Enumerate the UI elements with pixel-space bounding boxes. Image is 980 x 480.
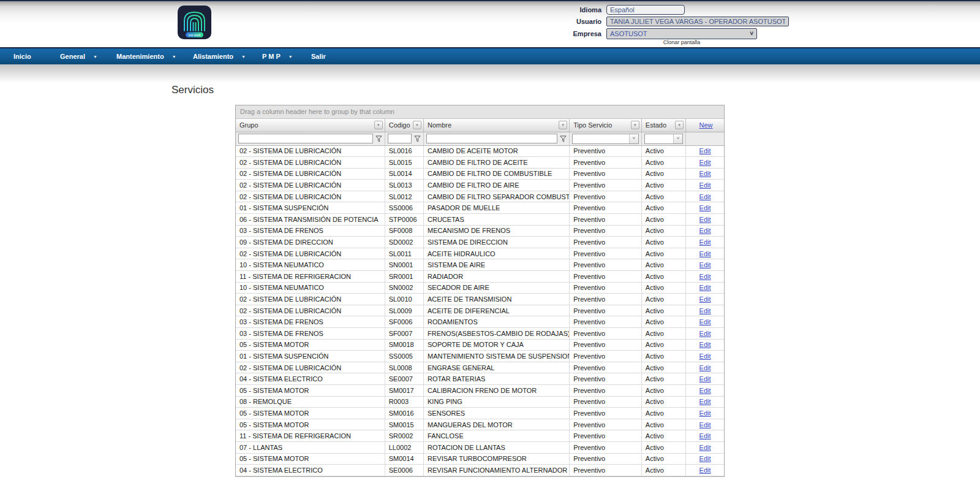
grupo-header-filter-button[interactable]: ▼ [374,121,383,129]
edit-link[interactable]: Edit [699,352,711,360]
cell-grupo: 02 - SISTEMA DE LUBRICACIÓN [236,191,385,202]
column-header-codigo[interactable]: Codigo ▼ [385,119,423,132]
filter-funnel-icon[interactable] [375,135,382,142]
edit-link[interactable]: Edit [699,147,711,154]
edit-link[interactable]: Edit [699,455,711,462]
edit-link[interactable]: Edit [699,432,711,440]
column-header-new: New [686,119,724,132]
edit-link[interactable]: Edit [699,375,711,383]
edit-link[interactable]: Edit [699,398,711,405]
cell-estado: Activo [641,294,685,305]
edit-link[interactable]: Edit [699,238,711,246]
filter-funnel-icon[interactable] [414,135,421,142]
edit-link[interactable]: Edit [699,284,711,291]
cell-codigo: SR0001 [385,271,423,283]
edit-link[interactable]: Edit [699,410,711,417]
cell-grupo: 05 - SISTEMA MOTOR [236,453,385,465]
edit-link[interactable]: Edit [699,193,711,200]
edit-link[interactable]: Edit [699,181,711,189]
cell-nombre: MANGUERAS DEL MOTOR [424,419,570,430]
clonar-pantalla-link[interactable]: Clonar pantalla [606,39,757,45]
idioma-input[interactable] [606,5,685,15]
edit-link[interactable]: Edit [699,330,711,337]
cell-estado: Activo [641,339,685,351]
chevron-down-icon: ˅ [750,31,753,37]
table-row: 05 - SISTEMA MOTOR SM0017 CALIBRACION FR… [236,384,724,396]
table-row: 02 - SISTEMA DE LUBRICACIÓN SL0012 CAMBI… [236,191,724,202]
column-header-tipo-servicio[interactable]: Tipo Servicio ▼ [570,119,642,132]
nav-item-mantenimiento[interactable]: Mantenimiento▼ [116,48,176,64]
cell-tipo-servicio: Preventivo [570,282,642,294]
edit-link[interactable]: Edit [699,421,711,429]
nav-item-pmp[interactable]: P M P▼ [262,48,293,64]
estado-filter-select[interactable]: ˅ [644,134,683,144]
nav-item-general[interactable]: General▼ [60,48,97,64]
cell-nombre: SOPORTE DE MOTOR Y CAJA [424,339,570,351]
chevron-down-icon: ▼ [677,123,681,127]
empresa-select[interactable]: ASOTUSOT ˅ [606,28,757,39]
edit-link[interactable]: Edit [699,364,711,371]
cell-tipo-servicio: Preventivo [570,237,642,248]
cell-nombre: KING PING [424,396,570,408]
cell-codigo: SN0002 [385,282,423,294]
grid-filter-row: ˅ ˅ [236,132,724,145]
codigo-header-filter-button[interactable]: ▼ [413,121,421,129]
servicios-grid: Drag a column header here to group by th… [235,105,725,477]
cell-tipo-servicio: Preventivo [570,351,642,362]
edit-link[interactable]: Edit [699,250,711,257]
edit-link[interactable]: Edit [699,387,711,394]
nav-item-inicio[interactable]: Inicio [13,48,31,64]
grid-group-panel[interactable]: Drag a column header here to group by th… [236,105,724,119]
cell-nombre: REVISAR TURBOCOMPRESOR [424,453,570,465]
cell-tipo-servicio: Preventivo [570,214,642,226]
edit-link[interactable]: Edit [699,295,711,303]
edit-link[interactable]: Edit [699,159,711,166]
nav-item-alistamiento[interactable]: Alistamiento▼ [193,48,246,64]
new-link[interactable]: New [699,121,713,129]
edit-link[interactable]: Edit [699,307,711,314]
chevron-down-icon: ▼ [172,55,176,59]
cell-codigo: SS0006 [385,202,423,214]
edit-link[interactable]: Edit [699,444,711,451]
nombre-filter-input[interactable] [426,134,557,143]
tipo-servicio-filter-select[interactable]: ˅ [572,134,639,144]
codigo-filter-input[interactable] [388,134,412,143]
edit-link[interactable]: Edit [699,227,711,234]
cell-estado: Activo [641,191,685,202]
edit-link[interactable]: Edit [699,170,711,177]
table-row: 09 - SISTEMA DE DIRECCION SD0002 SISTEMA… [236,237,724,248]
cell-grupo: 05 - SISTEMA MOTOR [236,339,385,351]
table-row: 08 - REMOLQUE R0003 KING PING Preventivo… [236,396,724,408]
cell-estado: Activo [641,453,685,465]
cell-grupo: 02 - SISTEMA DE LUBRICACIÓN [236,168,385,180]
cell-grupo: 10 - SISTEMA NEUMATICO [236,259,385,271]
table-row: 05 - SISTEMA MOTOR SM0016 SENSORES Preve… [236,408,724,419]
nombre-header-filter-button[interactable]: ▼ [559,121,567,129]
estado-header-filter-button[interactable]: ▼ [675,121,684,129]
cell-grupo: 11 - SISTEMA DE REFRIGERACION [236,430,385,442]
grid-body: 02 - SISTEMA DE LUBRICACIÓN SL0016 CAMBI… [236,145,724,476]
grupo-filter-input[interactable] [238,134,373,143]
cell-estado: Activo [641,145,685,157]
table-row: 02 - SISTEMA DE LUBRICACIÓN SL0010 ACEIT… [236,294,724,305]
cell-tipo-servicio: Preventivo [570,157,642,169]
filter-funnel-icon[interactable] [560,135,567,142]
cell-grupo: 06 - SISTEMA TRANSMISIÓN DE POTENCIA [236,214,385,226]
column-header-grupo[interactable]: Grupo ▼ [236,119,385,132]
table-row: 07 - LLANTAS LL0002 ROTACION DE LLANTAS … [236,441,724,453]
cell-grupo: 02 - SISTEMA DE LUBRICACIÓN [236,248,385,259]
nav-item-salir[interactable]: Salir [311,48,326,64]
edit-link[interactable]: Edit [699,216,711,223]
cell-grupo: 05 - SISTEMA MOTOR [236,408,385,419]
table-row: 04 - SISTEMA ELECTRICO SE0007 ROTAR BATE… [236,373,724,385]
edit-link[interactable]: Edit [699,273,711,280]
cell-nombre: PASADOR DE MUELLE [424,202,570,214]
edit-link[interactable]: Edit [699,318,711,326]
edit-link[interactable]: Edit [699,341,711,348]
column-header-estado[interactable]: Estado ▼ [641,119,685,132]
edit-link[interactable]: Edit [699,467,711,474]
tipo-servicio-header-filter-button[interactable]: ▼ [631,121,639,129]
edit-link[interactable]: Edit [699,261,711,269]
edit-link[interactable]: Edit [699,204,711,211]
column-header-nombre[interactable]: Nombre ▼ [424,119,570,132]
